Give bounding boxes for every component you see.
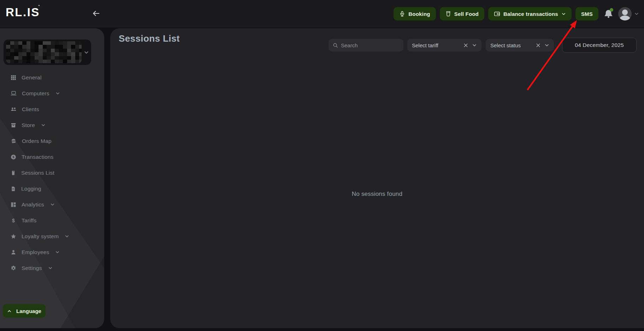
booking-label: Booking bbox=[408, 11, 430, 17]
sidebar-item-tariffs[interactable]: $ Tariffs bbox=[0, 212, 104, 228]
arrow-left-icon bbox=[92, 10, 100, 17]
sidebar-item-general[interactable]: General bbox=[0, 70, 104, 85]
microphone-icon bbox=[399, 11, 405, 17]
clear-icon[interactable] bbox=[536, 43, 541, 48]
page-title: Sessions List bbox=[119, 33, 180, 44]
sidebar-item-label: Computers bbox=[22, 90, 49, 97]
language-button[interactable]: Language bbox=[3, 304, 46, 318]
sidebar-item-label: Store bbox=[22, 122, 35, 128]
person-icon bbox=[11, 249, 16, 255]
cup-icon bbox=[445, 11, 451, 17]
language-label: Language bbox=[16, 308, 41, 314]
sms-label: SMS bbox=[581, 11, 593, 17]
wallet-icon bbox=[494, 11, 500, 17]
sidebar: General Computers Clients Store Orders M… bbox=[0, 28, 104, 328]
logo-trademark-dot: ˚ bbox=[39, 5, 41, 10]
sidebar-item-clients[interactable]: Clients bbox=[0, 101, 104, 117]
sidebar-item-sessions-list[interactable]: Sessions List bbox=[0, 165, 104, 181]
sidebar-item-label: Loyalty system bbox=[22, 233, 59, 240]
mouse-icon bbox=[11, 170, 16, 176]
sidebar-item-label: Transactions bbox=[22, 154, 54, 160]
dollar-icon: $ bbox=[11, 218, 16, 223]
sidebar-item-label: Employees bbox=[22, 249, 49, 255]
chevron-down-icon bbox=[84, 50, 89, 55]
tariff-select-placeholder: Select tariff bbox=[412, 42, 463, 48]
app-logo: RL.IS˚ bbox=[6, 5, 41, 19]
sidebar-item-label: Analytics bbox=[22, 201, 44, 208]
main-panel: Sessions List Select tariff Select statu… bbox=[110, 28, 644, 328]
chevron-down-icon bbox=[50, 202, 55, 207]
date-value: 04 December, 2025 bbox=[575, 42, 624, 48]
sidebar-item-logging[interactable]: Logging bbox=[0, 181, 104, 197]
redacted-club-name bbox=[6, 41, 82, 63]
chevron-down-icon bbox=[544, 43, 549, 48]
sidebar-item-employees[interactable]: Employees bbox=[0, 244, 104, 260]
balance-transactions-label: Balance transactions bbox=[503, 11, 558, 17]
sidebar-item-label: Settings bbox=[22, 265, 42, 271]
chevron-down-icon bbox=[41, 123, 46, 127]
sidebar-item-loyalty-system[interactable]: Loyalty system bbox=[0, 228, 104, 244]
clear-icon[interactable] bbox=[463, 43, 468, 48]
sidebar-item-transactions[interactable]: $ Transactions bbox=[0, 149, 104, 165]
sidebar-item-analytics[interactable]: Analytics bbox=[0, 197, 104, 212]
top-bar: RL.IS˚ Booking Sell Food Balance transac… bbox=[0, 0, 644, 28]
chevron-down-icon bbox=[55, 91, 60, 96]
sidebar-item-label: Sessions List bbox=[21, 170, 54, 176]
sidebar-item-label: Clients bbox=[22, 106, 39, 113]
status-select[interactable]: Select status bbox=[486, 39, 554, 52]
booking-button[interactable]: Booking bbox=[394, 7, 436, 20]
chevron-down-icon bbox=[561, 12, 566, 16]
back-button[interactable] bbox=[91, 8, 101, 18]
document-icon bbox=[11, 186, 16, 192]
tariff-select[interactable]: Select tariff bbox=[407, 39, 481, 52]
burger-icon bbox=[11, 138, 17, 144]
notification-dot bbox=[610, 8, 613, 12]
club-selector[interactable] bbox=[4, 40, 91, 65]
chevron-down-icon bbox=[634, 11, 639, 16]
sidebar-item-label: Logging bbox=[21, 186, 41, 192]
search-icon bbox=[333, 43, 338, 48]
sidebar-item-orders-map[interactable]: Orders Map bbox=[0, 133, 104, 149]
date-picker[interactable]: 04 December, 2025 bbox=[562, 38, 637, 53]
chart-icon bbox=[11, 202, 16, 207]
search-input[interactable] bbox=[341, 42, 394, 48]
chevron-up-icon bbox=[7, 309, 12, 313]
star-icon bbox=[11, 234, 16, 239]
status-select-placeholder: Select status bbox=[490, 42, 536, 48]
sidebar-item-settings[interactable]: Settings bbox=[0, 260, 104, 276]
sidebar-item-store[interactable]: Store bbox=[0, 117, 104, 133]
svg-text:$: $ bbox=[12, 155, 14, 159]
sidebar-item-label: General bbox=[22, 74, 42, 81]
user-menu[interactable] bbox=[618, 7, 639, 20]
grid-icon bbox=[11, 75, 16, 80]
box-icon bbox=[11, 122, 16, 128]
sidebar-nav: General Computers Clients Store Orders M… bbox=[0, 70, 104, 276]
dollar-circle-icon: $ bbox=[11, 154, 16, 160]
gear-icon bbox=[11, 265, 16, 271]
sell-food-button[interactable]: Sell Food bbox=[440, 7, 484, 20]
sell-food-label: Sell Food bbox=[454, 11, 479, 17]
svg-text:$: $ bbox=[12, 218, 15, 223]
chevron-down-icon bbox=[48, 266, 53, 270]
topbar-actions: Booking Sell Food Balance transactions S… bbox=[394, 7, 639, 20]
chevron-down-icon bbox=[472, 43, 477, 48]
sidebar-item-label: Tariffs bbox=[22, 217, 36, 224]
sms-button[interactable]: SMS bbox=[575, 7, 598, 20]
chevron-down-icon bbox=[65, 234, 69, 239]
sidebar-item-computers[interactable]: Computers bbox=[0, 85, 104, 101]
sidebar-item-label: Orders Map bbox=[22, 138, 52, 144]
laptop-icon bbox=[11, 90, 17, 96]
people-icon bbox=[11, 106, 17, 112]
chevron-down-icon bbox=[55, 250, 60, 254]
notifications-button[interactable] bbox=[602, 8, 614, 20]
search-field[interactable] bbox=[329, 39, 403, 52]
avatar bbox=[618, 7, 632, 20]
balance-transactions-button[interactable]: Balance transactions bbox=[488, 7, 572, 20]
empty-state-message: No sessions found bbox=[110, 191, 644, 198]
